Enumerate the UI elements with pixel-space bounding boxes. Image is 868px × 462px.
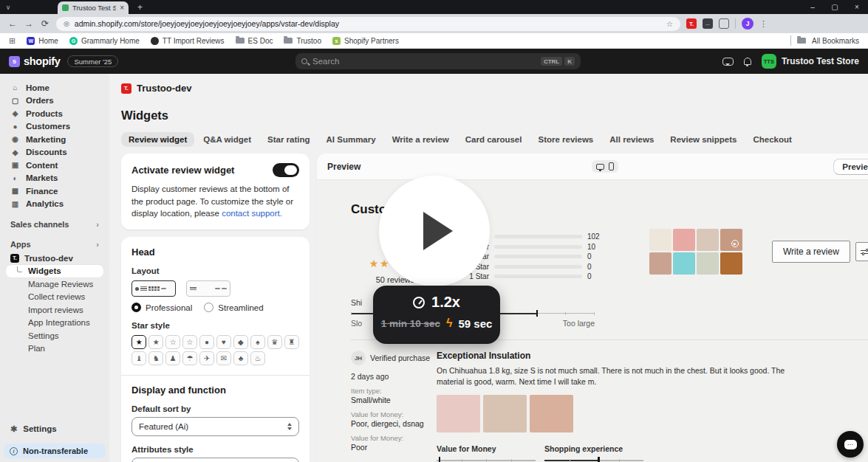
forward-icon[interactable]: → bbox=[24, 18, 34, 29]
review-photo[interactable] bbox=[530, 395, 573, 432]
sidebar-item-finance[interactable]: ▦Finance bbox=[6, 185, 103, 198]
customer-photo[interactable] bbox=[697, 252, 719, 275]
tab-card-carousel[interactable]: Card carousel bbox=[458, 132, 530, 147]
window-minimize-button[interactable]: – bbox=[802, 3, 824, 11]
sidebar-item-settings[interactable]: ✱Settings bbox=[0, 421, 109, 436]
customer-photo[interactable] bbox=[673, 229, 695, 251]
support-chat-button[interactable]: … bbox=[837, 431, 864, 458]
bookmark-shopify-partners[interactable]: sShopify Partners bbox=[332, 37, 399, 45]
sidebar-item-app-integrations[interactable]: App Integrations bbox=[6, 317, 103, 330]
customer-photo[interactable] bbox=[720, 252, 742, 275]
tab-star-rating[interactable]: Star rating bbox=[260, 132, 318, 147]
sidebar-item-app-settings[interactable]: Settings bbox=[6, 329, 103, 342]
contact-support-link[interactable]: contact support. bbox=[222, 209, 282, 218]
star-style-gem-icon[interactable]: ◆ bbox=[233, 335, 248, 349]
trustoo-extension-icon[interactable]: T. bbox=[686, 18, 697, 29]
star-style-rounded-star-icon[interactable]: ★ bbox=[148, 335, 163, 349]
bookmark-home[interactable]: WHome bbox=[27, 37, 58, 45]
bookmark-trustoo[interactable]: Trustoo bbox=[284, 37, 321, 45]
notifications-bell-icon[interactable] bbox=[744, 58, 751, 65]
shopify-logo[interactable]: s shopify bbox=[9, 55, 60, 67]
mobile-icon[interactable] bbox=[609, 162, 614, 170]
all-bookmarks[interactable]: All Bookmarks bbox=[790, 35, 859, 46]
tab-ai-summary[interactable]: AI Summary bbox=[319, 132, 383, 147]
sidebar-section-apps[interactable]: Apps› bbox=[0, 238, 109, 250]
star-style-solid-star-icon[interactable]: ★ bbox=[131, 335, 146, 349]
tab-all-reviews[interactable]: All reviews bbox=[602, 132, 661, 147]
radio-professional[interactable]: Professional bbox=[131, 303, 192, 312]
star-style-drink-icon[interactable]: ☂ bbox=[182, 351, 197, 365]
tab-checkout[interactable]: Checkout bbox=[745, 132, 799, 147]
sidebar-item-plan[interactable]: Plan bbox=[6, 342, 103, 356]
browser-tab[interactable]: Trustoo Test Store · Trustoo-dev × bbox=[58, 1, 129, 14]
bookmark-grammarly[interactable]: GGrammarly Home bbox=[69, 37, 140, 45]
sidebar-item-orders[interactable]: ▢Orders bbox=[6, 94, 103, 108]
activate-toggle[interactable] bbox=[273, 163, 299, 177]
new-tab-button[interactable]: + bbox=[137, 2, 143, 13]
radio-streamlined[interactable]: Streamlined bbox=[204, 303, 263, 312]
filter-button[interactable] bbox=[855, 242, 868, 261]
sidebar-item-content[interactable]: ▣Content bbox=[6, 159, 103, 172]
sidebar-item-discounts[interactable]: ◆Discounts bbox=[6, 146, 103, 159]
layout-streamlined-thumb[interactable] bbox=[186, 280, 230, 297]
tab-review-widget[interactable]: Review widget bbox=[121, 132, 194, 147]
default-sort-select[interactable]: Featured (Ai) bbox=[131, 417, 299, 436]
customer-photo[interactable] bbox=[673, 252, 695, 275]
site-info-icon[interactable]: ◎ bbox=[64, 20, 69, 27]
star-style-bottle-icon[interactable]: ♟ bbox=[165, 351, 180, 365]
tab-write-a-review[interactable]: Write a review bbox=[385, 132, 457, 147]
star-style-paw-icon[interactable]: ♣ bbox=[233, 351, 248, 365]
write-review-button[interactable]: Write a review bbox=[772, 241, 850, 263]
summer-25-badge[interactable]: Summer '25 bbox=[67, 55, 118, 67]
sidebar-item-import-reviews[interactable]: Import reviews bbox=[6, 303, 103, 317]
bookmark-star-icon[interactable]: ☆ bbox=[666, 20, 673, 28]
sidebar-item-collect-reviews[interactable]: Collect reviews bbox=[6, 291, 103, 304]
tab-store-reviews[interactable]: Store reviews bbox=[530, 132, 601, 147]
customer-photo[interactable] bbox=[649, 252, 671, 275]
bookmark-tt-import-reviews[interactable]: TT Import Reviews bbox=[151, 37, 225, 45]
browser-profile-avatar[interactable]: J bbox=[742, 18, 753, 30]
sidebar-item-products[interactable]: ◈Products bbox=[6, 107, 103, 120]
global-search-input[interactable]: Search CTRLK bbox=[295, 53, 581, 69]
star-style-trophy-icon[interactable]: ♛ bbox=[267, 335, 282, 349]
help-chat-icon[interactable] bbox=[722, 58, 734, 66]
browser-menu-icon[interactable]: ⋮ bbox=[759, 19, 768, 29]
sidebar-item-manage-reviews[interactable]: Manage Reviews bbox=[6, 277, 103, 291]
tab-review-snippets[interactable]: Review snippets bbox=[663, 132, 744, 147]
sidebar-section-sales-channels[interactable]: Sales channels› bbox=[0, 218, 109, 230]
tab-search-chevron-icon[interactable]: ∨ bbox=[0, 4, 16, 11]
bookmark-es-doc[interactable]: ES Doc bbox=[236, 37, 273, 45]
video-play-button[interactable] bbox=[379, 176, 490, 286]
customer-photo[interactable] bbox=[697, 229, 719, 251]
tab-qa-widget[interactable]: Q&A widget bbox=[196, 132, 259, 147]
sidebar-app-trustoo-dev[interactable]: T.Trustoo-dev bbox=[6, 252, 103, 265]
star-style-heart-icon[interactable]: ♥ bbox=[216, 335, 231, 349]
store-menu[interactable]: TTS Trustoo Test Store bbox=[762, 54, 859, 69]
sidebar-item-markets[interactable]: ◐Markets bbox=[6, 172, 103, 185]
non-transferable-banner[interactable]: iNon-transferable bbox=[4, 444, 106, 458]
preview-button[interactable]: Preview bbox=[833, 159, 868, 175]
star-style-tshirt-icon[interactable]: ♜ bbox=[284, 335, 299, 349]
star-style-feather-icon[interactable]: ✉ bbox=[216, 351, 231, 365]
layout-professional-thumb[interactable] bbox=[131, 280, 176, 297]
window-close-button[interactable]: × bbox=[846, 3, 868, 11]
star-style-thumbs-up-icon[interactable]: ♠ bbox=[250, 335, 265, 349]
review-photo[interactable] bbox=[437, 395, 480, 432]
star-style-badge-star-icon[interactable]: ☆ bbox=[182, 335, 197, 349]
back-icon[interactable]: ← bbox=[7, 18, 18, 29]
tab-close-icon[interactable]: × bbox=[120, 4, 124, 12]
star-style-leaf-icon[interactable]: ✈ bbox=[199, 351, 214, 365]
reload-icon[interactable]: ⟳ bbox=[40, 18, 50, 29]
attributes-style-select[interactable]: Rounded corners bbox=[131, 458, 299, 462]
review-photo[interactable] bbox=[483, 395, 527, 432]
apps-grid-icon[interactable]: ⊞ bbox=[9, 36, 16, 46]
sidebar-item-analytics[interactable]: ▥Analytics bbox=[6, 198, 103, 211]
extension-icon[interactable]: … bbox=[703, 18, 713, 29]
extensions-puzzle-icon[interactable] bbox=[719, 18, 729, 29]
customer-video-thumb[interactable]: ▶ bbox=[720, 229, 742, 251]
sidebar-item-marketing[interactable]: ◉Marketing bbox=[6, 133, 103, 146]
desktop-icon[interactable] bbox=[596, 164, 604, 170]
star-style-handbag-icon[interactable]: ♞ bbox=[148, 351, 163, 365]
star-style-outline-star-icon[interactable]: ☆ bbox=[165, 335, 180, 349]
sidebar-item-home[interactable]: ⌂Home bbox=[6, 81, 103, 94]
